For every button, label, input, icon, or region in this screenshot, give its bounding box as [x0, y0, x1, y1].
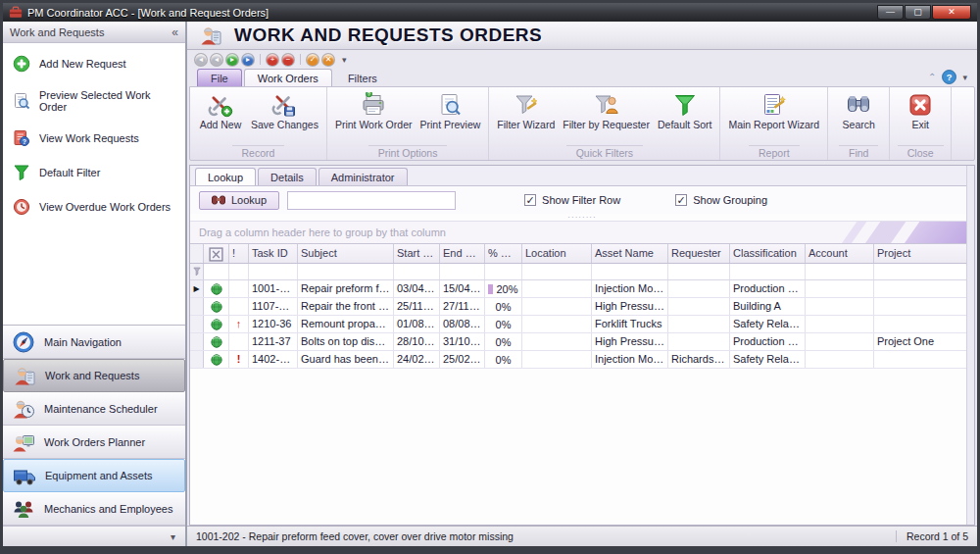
sidebar-action-view-overdue-work-orders[interactable]: View Overdue Work Orders: [3, 198, 185, 216]
cell-task_id[interactable]: 1107-217: [249, 298, 298, 315]
filter-by-requester-button[interactable]: Filter by Requester: [560, 91, 653, 131]
cell-project[interactable]: [874, 280, 974, 297]
record-prior-button[interactable]: ◂: [211, 54, 222, 66]
add-new-button[interactable]: Add New: [195, 91, 246, 131]
column-header-start[interactable]: Start Date: [394, 244, 440, 263]
column-header-bang[interactable]: !: [229, 244, 249, 263]
cell-done[interactable]: 20%: [485, 280, 522, 297]
cell-start[interactable]: 24/02/2...: [394, 351, 440, 368]
row-indicator[interactable]: [190, 351, 204, 368]
cell-task_id[interactable]: [249, 264, 298, 279]
main-report-wizard-button[interactable]: Main Report Wizard: [725, 91, 822, 131]
tab-administrator[interactable]: Administrator: [318, 168, 408, 185]
cell-subject[interactable]: Guard has been remo...: [298, 351, 394, 368]
cell-location[interactable]: [522, 316, 592, 332]
cell-account[interactable]: [806, 316, 874, 332]
cell-bang[interactable]: ↑: [229, 316, 249, 332]
sidebar-item-mechanics-and-employees[interactable]: Mechanics and Employees: [3, 492, 185, 526]
cell-done[interactable]: [485, 264, 522, 279]
table-row[interactable]: ▶1001-202Repair preform feed ...03/04/2.…: [190, 280, 974, 298]
cell-account[interactable]: [806, 280, 874, 297]
cell-start[interactable]: 03/04/2...: [394, 280, 440, 297]
tab-work-orders[interactable]: Work Orders: [244, 69, 332, 86]
print-work-order-button[interactable]: ?Print Work Order: [332, 91, 416, 131]
column-header-location[interactable]: Location: [522, 244, 592, 263]
cell-attach[interactable]: [204, 351, 229, 368]
title-bar[interactable]: PM Coordinator ACC - [Work and Request O…: [3, 3, 977, 22]
cell-end[interactable]: 27/11/2...: [440, 298, 485, 315]
tab-filters[interactable]: Filters: [334, 69, 391, 86]
cell-asset[interactable]: Injection Molder: [592, 280, 668, 297]
cell-bang[interactable]: [229, 298, 249, 315]
cell-classification[interactable]: Production Equip...: [730, 333, 806, 350]
column-header-project[interactable]: Project: [874, 244, 974, 263]
save-changes-button[interactable]: Save Changes: [248, 91, 321, 131]
vertical-scrollbar[interactable]: [966, 166, 974, 525]
table-row[interactable]: !1402-398Guard has been remo...24/02/2..…: [190, 351, 974, 369]
show-filter-row-checkbox[interactable]: ✓ Show Filter Row: [524, 194, 620, 206]
cell-asset[interactable]: High Pressure Ai...: [592, 298, 668, 315]
record-delete-button[interactable]: −: [282, 54, 294, 66]
cell-attach[interactable]: [204, 280, 229, 297]
sidebar-item-maintenance-scheduler[interactable]: Maintenance Scheduler: [3, 392, 185, 426]
tab-file[interactable]: File: [197, 69, 242, 86]
lookup-input[interactable]: [287, 191, 456, 210]
cell-end[interactable]: 15/04/2...: [440, 280, 485, 297]
cell-requester[interactable]: [668, 333, 730, 350]
cell-requester[interactable]: [668, 316, 730, 332]
cell-project[interactable]: [874, 351, 974, 368]
cell-start[interactable]: [394, 264, 440, 279]
cell-classification[interactable]: Production Equip...: [730, 280, 806, 297]
cell-start[interactable]: 28/10/2...: [394, 333, 440, 350]
row-indicator[interactable]: [190, 333, 204, 350]
cell-location[interactable]: [522, 280, 592, 297]
cell-location[interactable]: [522, 264, 592, 279]
group-by-bar[interactable]: Drag a column header here to group by th…: [190, 221, 974, 244]
column-header-done[interactable]: % Done: [485, 244, 522, 263]
cell-requester[interactable]: [668, 264, 730, 279]
cell-subject[interactable]: [298, 264, 394, 279]
column-header-account[interactable]: Account: [806, 244, 874, 263]
column-header-asset[interactable]: Asset Name: [592, 244, 668, 263]
cell-asset[interactable]: High Pressure Ai...: [592, 333, 668, 350]
cell-project[interactable]: Project One: [874, 333, 974, 350]
toolbar-overflow-icon[interactable]: ▾: [342, 55, 347, 65]
cell-start[interactable]: 01/08/2...: [394, 316, 440, 332]
cell-subject[interactable]: Repair preform feed ...: [298, 280, 394, 297]
cell-asset[interactable]: [592, 264, 668, 279]
lookup-button[interactable]: Lookup: [199, 191, 279, 210]
cell-done[interactable]: 0%: [485, 351, 522, 368]
cell-account[interactable]: [806, 351, 874, 368]
cell-bang[interactable]: [229, 264, 249, 279]
cell-attach[interactable]: [204, 316, 229, 332]
cell-project[interactable]: [874, 264, 974, 279]
cell-location[interactable]: [522, 333, 592, 350]
record-next-button[interactable]: ▸: [226, 54, 238, 66]
row-indicator[interactable]: [190, 298, 204, 315]
row-indicator[interactable]: ▶: [190, 280, 204, 297]
sidebar-item-work-orders-planner[interactable]: Work Orders Planner: [3, 426, 185, 459]
sidebar-action-preview-selected-work-order[interactable]: Preview Selected Work Order: [3, 89, 185, 113]
cell-classification[interactable]: [730, 264, 806, 279]
default-sort-button[interactable]: Default Sort: [655, 91, 714, 131]
filter-wizard-button[interactable]: Filter Wizard: [494, 91, 558, 131]
collapse-sidebar-icon[interactable]: «: [172, 25, 178, 39]
column-header-classification[interactable]: Classification: [730, 244, 806, 263]
cell-task_id[interactable]: 1001-202: [249, 280, 298, 297]
cell-account[interactable]: [806, 298, 874, 315]
cell-bang[interactable]: !: [229, 351, 249, 368]
record-post-button[interactable]: ✓: [307, 54, 318, 66]
record-first-button[interactable]: ◂: [195, 54, 207, 66]
cell-asset[interactable]: Injection Molder: [592, 351, 668, 368]
help-icon[interactable]: ?: [942, 70, 956, 84]
maximize-button[interactable]: ▢: [905, 5, 931, 20]
minimize-button[interactable]: —: [877, 5, 904, 20]
cell-task_id[interactable]: 1402-398: [249, 351, 298, 368]
cell-bang[interactable]: [229, 333, 249, 350]
table-row[interactable]: 1211-37Bolts on top dispense...28/10/2..…: [190, 333, 974, 351]
cell-project[interactable]: [874, 298, 974, 315]
table-row[interactable]: 1107-217Repair the front entr...25/11/2.…: [190, 298, 974, 316]
splitter-handle[interactable]: ········: [190, 214, 974, 221]
cell-subject[interactable]: Repair the front entr...: [298, 298, 394, 315]
cell-start[interactable]: 25/11/2...: [394, 298, 440, 315]
